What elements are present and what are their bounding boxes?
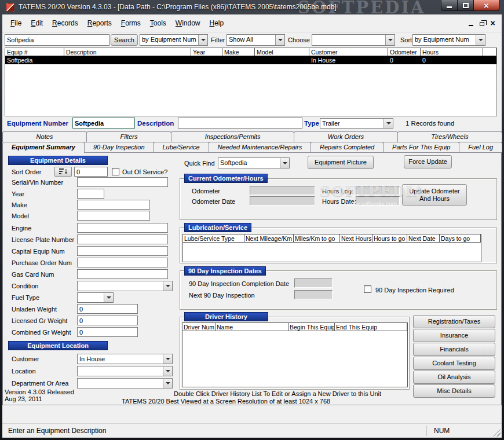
driver-column-begin: Begin This Equip	[288, 323, 335, 331]
odometer-date-field	[250, 196, 315, 206]
tab-notes[interactable]: Notes	[2, 131, 87, 142]
tab-repairs-completed[interactable]: Repairs Completed	[311, 142, 384, 152]
menu-file[interactable]: File	[6, 17, 26, 29]
driver-history-table[interactable]: Driver Num Name Begin This Equip End Thi…	[182, 322, 408, 387]
capital-equip-input[interactable]	[77, 246, 168, 256]
tab-needed-maintenance-repairs[interactable]: Needed Maintenance/Repairs	[209, 142, 311, 152]
serial-vin-input[interactable]	[77, 177, 168, 187]
tab-work-orders[interactable]: Work Orders	[294, 131, 398, 142]
engine-input[interactable]	[77, 223, 168, 233]
type-combobox[interactable]: Trailer	[320, 118, 393, 129]
choose-combobox[interactable]	[312, 34, 395, 46]
minimize-button[interactable]	[441, 0, 458, 11]
misc-details-button[interactable]: Misc Details	[413, 384, 495, 398]
window-title: TATEMS 20/20 Version 4.3.03 - [Data Path…	[19, 3, 337, 11]
sort-order-button[interactable]	[54, 167, 72, 177]
grid-column-customer: Customer	[309, 48, 388, 56]
chevron-down-icon	[385, 35, 395, 45]
chevron-down-icon	[476, 35, 485, 45]
app-icon	[6, 3, 14, 12]
tab-inspections-permits[interactable]: Inspections/Permits	[171, 131, 294, 142]
grid-row-selected[interactable]: Softpedia In House 0 0	[5, 56, 496, 64]
gas-card-input[interactable]	[77, 269, 168, 279]
sort-order-label: Sort Order	[12, 168, 41, 175]
customer-combobox[interactable]: In House	[77, 354, 173, 364]
oil-analysis-button[interactable]: Oil Analysis	[413, 371, 495, 384]
condition-label: Condition	[12, 283, 38, 289]
lube-column-next-hours: Next Hours	[340, 234, 372, 242]
menu-records[interactable]: Records	[48, 17, 83, 29]
make-input[interactable]	[77, 200, 150, 210]
equipment-picture-button[interactable]: Equipment Picture	[308, 156, 374, 169]
restore-icon	[480, 22, 484, 26]
menu-edit[interactable]: Edit	[26, 17, 48, 29]
chevron-down-icon	[280, 158, 289, 168]
insurance-button[interactable]: Insurance	[413, 329, 495, 342]
child-restore-button[interactable]	[476, 19, 487, 28]
unladen-weight-input[interactable]	[77, 304, 138, 314]
license-plate-label: License Plate Number	[12, 236, 74, 243]
out-of-service-checkbox[interactable]	[112, 168, 119, 175]
out-of-service-label: Out Of Service?	[122, 168, 167, 175]
child-minimize-button[interactable]	[465, 19, 476, 28]
records-found-text: 1 Records found	[406, 120, 454, 127]
capital-equip-label: Capital Equip Num	[12, 248, 65, 255]
minimize-icon	[469, 25, 473, 26]
menu-tools[interactable]: Tools	[145, 17, 171, 29]
financials-button[interactable]: Financials	[413, 343, 495, 356]
department-combobox[interactable]	[77, 378, 173, 388]
tab-90-day-inspection[interactable]: 90-Day Inspection	[84, 142, 154, 152]
chevron-down-icon	[163, 366, 172, 376]
tab-filters[interactable]: Filters	[86, 131, 171, 142]
grid-header: Equip # Description Year Make Model Cust…	[5, 48, 496, 56]
search-button[interactable]: Search	[111, 34, 138, 46]
menu-forms[interactable]: Forms	[116, 17, 145, 29]
mdi-window-controls: ×	[465, 19, 498, 28]
menu-help[interactable]: Help	[205, 17, 229, 29]
close-button[interactable]: ×	[473, 0, 499, 11]
inspection-section-header: 90 Day Inspection Dates	[184, 266, 266, 276]
force-update-button[interactable]: Force Update	[404, 155, 452, 168]
purchase-order-input[interactable]	[77, 258, 168, 267]
grid-header-filler	[483, 48, 496, 56]
lube-column-next-date: Next Date	[407, 234, 440, 242]
combined-gr-weight-input[interactable]	[77, 327, 138, 337]
gas-card-label: Gas Card Num	[12, 271, 54, 278]
equipment-number-label: Equipment Number	[7, 120, 68, 127]
quick-find-combobox[interactable]: Softpedia	[218, 157, 290, 168]
driver-column-num: Driver Num	[182, 323, 216, 331]
resize-grip[interactable]	[493, 429, 501, 437]
condition-combobox[interactable]	[77, 281, 173, 291]
lube-column-days-to-go: Days to go	[440, 234, 481, 242]
customer-label: Customer	[12, 355, 39, 362]
year-input[interactable]	[77, 189, 104, 199]
driver-hint-text: Double Click Driver History List To Edit…	[174, 390, 381, 397]
sort-combobox[interactable]: by Equipment Num	[412, 34, 485, 46]
maximize-button[interactable]	[457, 0, 474, 11]
child-close-button[interactable]: ×	[487, 19, 498, 28]
location-combobox[interactable]	[77, 366, 173, 376]
model-input[interactable]	[77, 211, 150, 221]
equipment-number-input[interactable]	[72, 118, 135, 129]
make-label: Make	[12, 201, 27, 208]
menu-reports[interactable]: Reports	[83, 17, 116, 29]
licensed-gr-weight-input[interactable]	[77, 316, 138, 325]
fuel-type-combobox[interactable]	[77, 292, 114, 303]
filter-combobox[interactable]: Show All	[227, 34, 285, 46]
license-plate-input[interactable]	[77, 234, 168, 244]
lube-section-header: Lubrication/Service	[184, 223, 251, 232]
menu-window[interactable]: Window	[171, 17, 205, 29]
sort-order-input[interactable]	[74, 167, 108, 177]
tab-tires-wheels[interactable]: Tires/Wheels	[397, 131, 502, 142]
registration-taxes-button[interactable]: Registration/Taxes	[413, 315, 495, 328]
tab-lube-service[interactable]: Lube/Service	[154, 142, 209, 152]
inspection-required-checkbox[interactable]	[364, 285, 371, 293]
tab-parts-for-this-equip[interactable]: Parts For This Equip	[383, 142, 459, 152]
search-input[interactable]	[5, 34, 109, 46]
description-label: Description	[137, 120, 174, 127]
coolant-testing-button[interactable]: Coolant Testing	[413, 357, 495, 370]
tab-fuel-log[interactable]: Fuel Log	[459, 142, 502, 152]
description-input[interactable]	[178, 118, 302, 129]
search-by-combobox[interactable]: by Equipment Num	[140, 34, 208, 46]
tab-equipment-summary[interactable]: Equipment Summary	[2, 142, 85, 153]
